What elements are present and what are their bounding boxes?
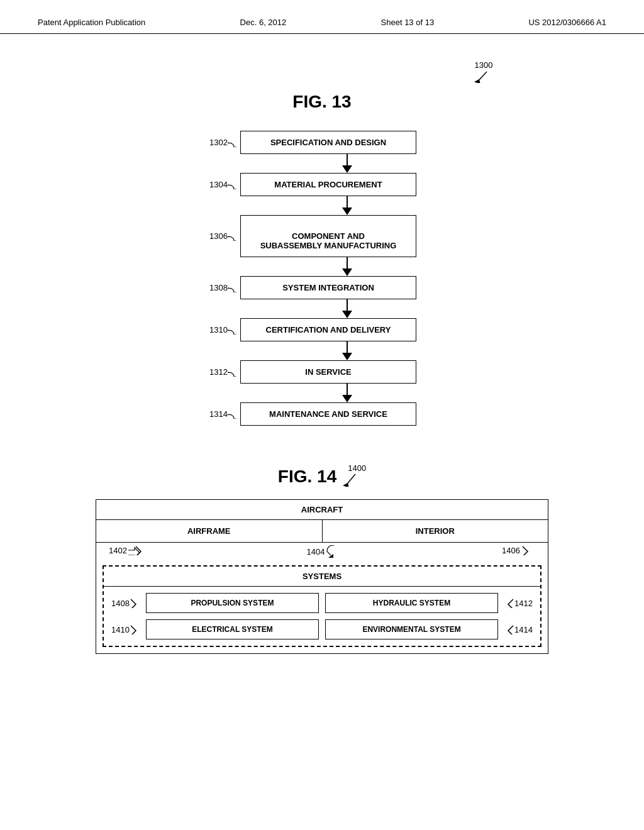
ref-1404: 1404 — [307, 547, 325, 556]
flowbox-1308: SYSTEM INTEGRATION — [240, 276, 416, 299]
flowbox-1304: MATERIAL PROCUREMENT — [240, 173, 416, 196]
header-left: Patent Application Publication — [38, 18, 145, 27]
systems-container: SYSTEMS 1408 PROPULSION SYSTEM HYDRAULIC… — [103, 565, 541, 647]
systems-label: SYSTEMS — [104, 567, 540, 587]
ref-1302: 1302 — [190, 138, 228, 147]
ref-1308: 1308 — [190, 283, 228, 292]
propulsion-system-box: PROPULSION SYSTEM — [146, 593, 319, 613]
interior-box: INTERIOR — [323, 520, 548, 542]
airframe-box: AIRFRAME — [96, 520, 323, 542]
fig13-row-1312: 1312 IN SERVICE — [190, 360, 454, 384]
ref-1410-arrow — [130, 624, 142, 634]
arrow-5 — [342, 341, 352, 360]
fig13-row-1306: 1306 COMPONENT AND SUBASSEMBLY MANUFACTU… — [190, 215, 454, 257]
page-header: Patent Application Publication Dec. 6, 2… — [0, 0, 644, 34]
page-content: 1300 FIG. 13 1302 SPECIFICA — [0, 34, 644, 679]
flowbox-1312: IN SERVICE — [240, 360, 416, 384]
ref-1304: 1304 — [190, 180, 228, 189]
ref-1408-arrow — [130, 598, 142, 608]
ref-1400-arrow — [343, 473, 362, 487]
ref-1402-container: 1402 — [109, 545, 142, 555]
ref-1402-arrow — [128, 545, 142, 555]
header-right: US 2012/0306666 A1 — [528, 18, 606, 27]
fig14-diagram: AIRCRAFT AIRFRAME INTERIOR 1402 1404 — [96, 499, 548, 654]
ref-1300-arrow — [474, 70, 493, 83]
ref-1312: 1312 — [190, 367, 228, 377]
aircraft-label: AIRCRAFT — [96, 500, 548, 520]
arrow-2 — [342, 196, 352, 215]
fig13-diagram: 1302 SPECIFICATION AND DESIGN 1304 — [190, 131, 454, 426]
flowbox-1314: MAINTENANCE AND SERVICE — [240, 402, 416, 426]
ref-1300: 1300 — [475, 60, 493, 70]
ref-1406-arrow — [521, 545, 535, 555]
arrow-1 — [342, 154, 352, 173]
header-sheet: Sheet 13 of 13 — [381, 18, 435, 27]
subsystem-refs: 1402 1404 1406 — [96, 543, 548, 559]
systems-row-1: 1408 PROPULSION SYSTEM HYDRAULIC SYSTEM … — [104, 587, 540, 613]
fig13-row-1310: 1310 CERTIFICATION AND DELIVERY — [190, 318, 454, 341]
ref-1306: 1306 — [190, 231, 228, 241]
arrow-3 — [342, 257, 352, 276]
ref-1310: 1310 — [190, 325, 228, 335]
aircraft-subsystems: AIRFRAME INTERIOR — [96, 520, 548, 543]
fig13-row-1308: 1308 SYSTEM INTEGRATION — [190, 276, 454, 299]
environmental-system-box: ENVIRONMENTAL SYSTEM — [325, 619, 498, 639]
ref-1412-arrow — [502, 598, 514, 608]
fig14-label: FIG. 14 — [278, 467, 336, 487]
flowbox-1302: SPECIFICATION AND DESIGN — [240, 131, 416, 154]
ref-1406: 1406 — [502, 546, 520, 555]
ref-1414-label: 1414 — [502, 624, 533, 634]
ref-1406-container: 1406 — [502, 545, 535, 555]
ref-1414-arrow — [502, 624, 514, 634]
fig13-label: FIG. 13 — [292, 92, 351, 112]
ref-1410-label: 1410 — [111, 624, 142, 634]
header-middle: Dec. 6, 2012 — [240, 18, 287, 27]
fig13-row-1314: 1314 MAINTENANCE AND SERVICE — [190, 402, 454, 426]
fig13-row-1302: 1302 SPECIFICATION AND DESIGN — [190, 131, 454, 154]
fig13-row-1304: 1304 MATERIAL PROCUREMENT — [190, 173, 454, 196]
electrical-system-box: ELECTRICAL SYSTEM — [146, 619, 319, 639]
svg-marker-4 — [328, 554, 333, 558]
ref-1412-label: 1412 — [502, 598, 533, 608]
fig13-section: 1300 FIG. 13 1302 SPECIFICA — [38, 59, 606, 426]
flowbox-1310: CERTIFICATION AND DELIVERY — [240, 318, 416, 341]
ref-1404-arrow — [326, 545, 337, 558]
ref-1402: 1402 — [109, 546, 127, 555]
fig14-section: FIG. 14 1400 AIRCRAFT AIRFRAME INTERIOR — [38, 463, 606, 654]
hydraulic-system-box: HYDRAULIC SYSTEM — [325, 593, 498, 613]
ref-1404-container: 1404 — [307, 545, 338, 558]
ref-1400: 1400 — [348, 463, 366, 473]
arrow-4 — [342, 299, 352, 318]
systems-row-2: 1410 ELECTRICAL SYSTEM ENVIRONMENTAL SYS… — [104, 613, 540, 646]
ref-1408-label: 1408 — [111, 598, 142, 608]
ref-1314: 1314 — [190, 409, 228, 419]
fig14-header: FIG. 14 1400 — [278, 463, 366, 487]
flowbox-1306: COMPONENT AND SUBASSEMBLY MANUFACTURING — [240, 215, 416, 257]
arrow-6 — [342, 384, 352, 402]
